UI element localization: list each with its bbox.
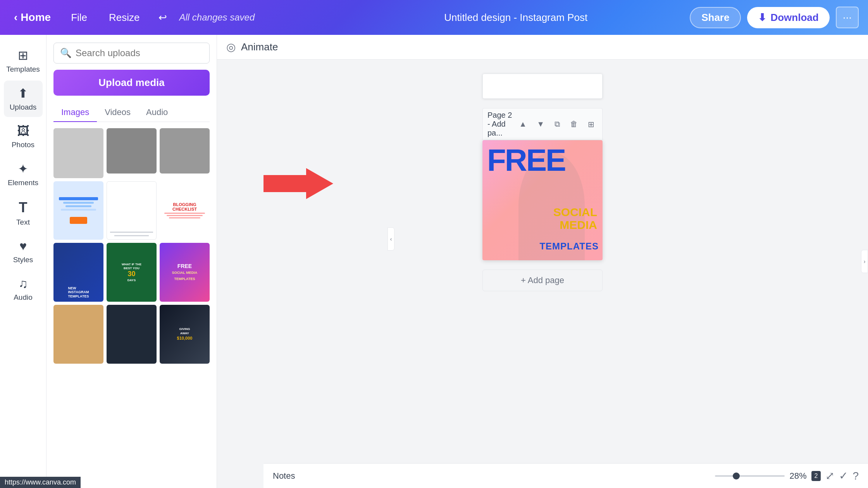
svg-marker-0 [264, 168, 333, 199]
sidebar-item-templates[interactable]: ⊞ Templates [4, 43, 43, 79]
audio-icon: ♫ [19, 277, 28, 291]
bottom-bar: Notes 28% 2 ⤢ ✓ ? [264, 463, 868, 488]
zoom-percentage: 28% [789, 471, 806, 481]
media-thumb-8[interactable]: WHAT IF THEBEST YOU30DAYS [107, 243, 157, 302]
templates-icon: ⊞ [18, 48, 28, 63]
search-icon: 🔍 [60, 48, 72, 58]
collapse-left-handle[interactable]: ‹ [388, 227, 394, 251]
page-2-container: Page 2 - Add pa... ▲ ▼ ⧉ 🗑 ⊞ [482, 108, 603, 260]
page-controls-bar: Page 2 - Add pa... ▲ ▼ ⧉ 🗑 ⊞ [482, 108, 603, 140]
sidebar-label-styles: Styles [13, 256, 33, 264]
uploads-panel: 🔍 Upload media Images Videos Audio [46, 35, 217, 488]
sidebar-label-photos: Photos [12, 141, 34, 149]
search-input[interactable] [76, 48, 203, 58]
sidebar-item-text[interactable]: T Text [4, 194, 43, 232]
add-page-button[interactable]: + Add page [482, 270, 603, 291]
sidebar-label-templates: Templates [6, 65, 40, 74]
design-title[interactable]: Untitled design - Instagram Post [444, 12, 587, 24]
pages-icon[interactable]: 2 [811, 471, 821, 481]
page-down-button[interactable]: ▼ [534, 118, 548, 130]
sidebar-item-uploads[interactable]: ⬆ Uploads [4, 81, 43, 117]
page-delete-button[interactable]: 🗑 [567, 118, 581, 130]
topbar-left: ‹ Home File Resize ↩ All changes saved [9, 8, 342, 27]
sidebar-item-photos[interactable]: 🖼 Photos [4, 119, 43, 155]
media-thumb-1[interactable] [53, 128, 103, 178]
media-thumb-10[interactable] [53, 305, 103, 364]
home-button[interactable]: ‹ Home [9, 8, 55, 27]
photos-icon: 🖼 [17, 124, 29, 138]
page-up-button[interactable]: ▲ [516, 118, 530, 130]
media-thumb-4[interactable] [53, 181, 103, 240]
topbar-right: Share ⬇ Download ··· [690, 7, 859, 28]
media-grid: BLOGGINGCHECKLIST NEWINSTAGRAMTEMPLATES … [53, 128, 210, 364]
media-thumb-12[interactable]: GIVINGAWAY$10,000 [160, 305, 210, 364]
check-icon[interactable]: ✓ [839, 469, 848, 482]
uploads-icon: ⬆ [18, 86, 28, 101]
design-canvas[interactable]: FREE SOCIALMEDIA TEMPLATES [482, 140, 603, 260]
topbar: ‹ Home File Resize ↩ All changes saved U… [0, 0, 868, 35]
collapse-right-handle[interactable]: › [861, 250, 868, 273]
url-bar: https://www.canva.com [0, 477, 81, 488]
saved-status: All changes saved [179, 12, 255, 23]
elements-icon: ✦ [18, 162, 28, 176]
home-label: Home [21, 11, 51, 24]
download-button[interactable]: ⬇ Download [747, 7, 829, 28]
text-icon: T [19, 199, 28, 216]
red-arrow [264, 164, 333, 204]
resize-button[interactable]: Resize [103, 9, 146, 27]
animate-label[interactable]: Animate [241, 41, 278, 53]
tab-videos[interactable]: Videos [97, 103, 138, 122]
canvas-area: ◎ Animate Page 2 - Add pa... ▲ ▼ ⧉ 🗑 [217, 35, 868, 488]
animate-icon: ◎ [226, 41, 236, 53]
sidebar: ⊞ Templates ⬆ Uploads 🖼 Photos ✦ Element… [0, 35, 46, 488]
chevron-left-icon: ‹ [14, 11, 17, 24]
sidebar-item-styles[interactable]: ♥ Styles [4, 234, 43, 270]
media-thumb-2[interactable] [107, 128, 157, 174]
page-label: Page 2 - Add pa... [487, 111, 512, 137]
tab-audio[interactable]: Audio [138, 103, 176, 122]
download-label: Download [770, 12, 818, 24]
canvas-row: Page 2 - Add pa... ▲ ▼ ⧉ 🗑 ⊞ [225, 108, 860, 260]
page-add-button[interactable]: ⊞ [585, 118, 598, 131]
download-icon: ⬇ [758, 12, 766, 24]
sidebar-label-text: Text [16, 218, 30, 227]
page-1-preview [482, 74, 603, 99]
file-button[interactable]: File [65, 9, 93, 27]
media-thumb-6[interactable]: BLOGGINGCHECKLIST [160, 181, 210, 240]
page-duplicate-button[interactable]: ⧉ [551, 118, 563, 130]
media-thumb-11[interactable] [107, 305, 157, 364]
media-thumb-7[interactable]: NEWINSTAGRAMTEMPLATES [53, 243, 103, 302]
canvas-content: Page 2 - Add pa... ▲ ▼ ⧉ 🗑 ⊞ [225, 74, 860, 291]
tab-images[interactable]: Images [53, 103, 97, 122]
upload-media-button[interactable]: Upload media [53, 70, 210, 96]
more-options-button[interactable]: ··· [836, 7, 859, 28]
notes-label[interactable]: Notes [273, 471, 295, 481]
animate-bar: ◎ Animate [217, 35, 868, 60]
main-layout: ⊞ Templates ⬆ Uploads 🖼 Photos ✦ Element… [0, 35, 868, 488]
topbar-center: Untitled design - Instagram Post [350, 12, 682, 24]
expand-icon[interactable]: ⤢ [825, 469, 834, 482]
media-tabs: Images Videos Audio [53, 103, 210, 122]
sidebar-label-audio: Audio [14, 293, 33, 302]
media-thumb-3[interactable] [160, 128, 210, 174]
sidebar-label-elements: Elements [8, 179, 38, 187]
share-button[interactable]: Share [690, 7, 741, 28]
media-thumb-9[interactable]: FREESOCIAL MEDIATEMPLATES [160, 243, 210, 302]
sidebar-label-uploads: Uploads [10, 103, 37, 112]
search-box[interactable]: 🔍 [53, 43, 210, 64]
zoom-slider[interactable] [715, 475, 785, 477]
help-icon[interactable]: ? [852, 470, 859, 482]
media-thumb-5[interactable] [107, 181, 157, 240]
undo-button[interactable]: ↩ [155, 9, 170, 27]
sidebar-item-audio[interactable]: ♫ Audio [4, 271, 43, 307]
sidebar-item-elements[interactable]: ✦ Elements [4, 156, 43, 192]
styles-icon: ♥ [19, 239, 27, 253]
